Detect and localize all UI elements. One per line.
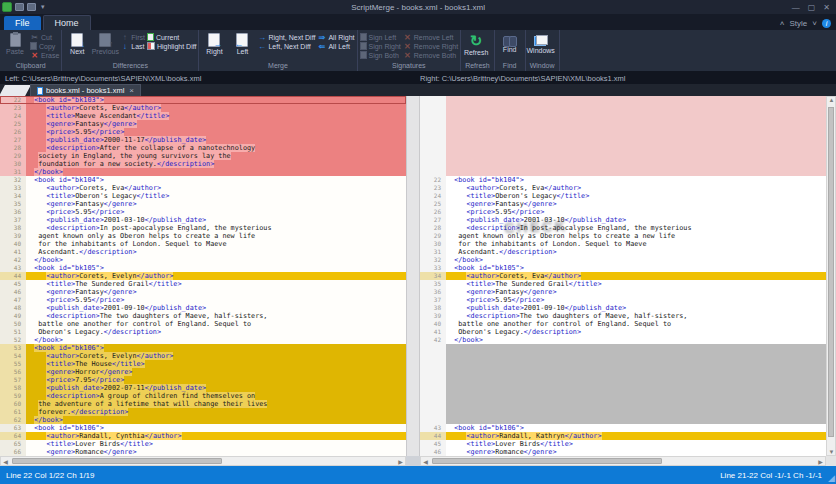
code-line[interactable]: 44 <author>Corets, Evelyn</author> (0, 272, 406, 280)
diff-gap-row[interactable] (420, 96, 826, 104)
sign-right-button[interactable]: Sign Right (360, 42, 401, 50)
help-info-icon[interactable]: i (822, 19, 831, 28)
cut-button[interactable]: ✂ Cut (30, 33, 59, 41)
collapse-ribbon-caret-icon[interactable]: ˄ (780, 19, 785, 28)
code-line[interactable]: 25 <genre>Fantasy</genre> (0, 120, 406, 128)
code-line[interactable]: 35 <genre>Fantasy</genre> (0, 200, 406, 208)
code-line[interactable]: 28 <description>In post-apocalypse Engla… (420, 224, 826, 232)
code-line[interactable]: 30 foundation for a new society.</descri… (0, 160, 406, 168)
code-line[interactable]: 28 <description>After the collapse of a … (0, 144, 406, 152)
file-tab[interactable]: File (4, 16, 41, 30)
minimize-button[interactable]: — (792, 3, 800, 12)
diff-gap-row[interactable] (420, 344, 826, 352)
code-line[interactable]: 59 <description>A group of children find… (0, 392, 406, 400)
code-line[interactable]: 48 <publish_date>2001-09-10</publish_dat… (0, 304, 406, 312)
code-line[interactable]: 38 <publish_date>2001-09-10</publish_dat… (420, 304, 826, 312)
code-line[interactable]: 34 <title>Oberon's Legacy</title> (0, 192, 406, 200)
code-line[interactable]: 46 <genre>Romance</genre> (420, 448, 826, 456)
code-line[interactable]: 36 <price>5.95</price> (0, 208, 406, 216)
code-line[interactable]: 64 <author>Randall, Cynthia</author> (0, 432, 406, 440)
close-button[interactable]: ✕ (823, 3, 830, 12)
code-line[interactable]: 44 <author>Randall, Kathryn</author> (420, 432, 826, 440)
scroll-left-arrow-icon[interactable]: ◀ (1, 458, 10, 465)
code-line[interactable]: 60 the adventure of a lifetime that will… (0, 400, 406, 408)
code-line[interactable]: 26 <price>5.95</price> (420, 208, 826, 216)
diff-gap-row[interactable] (420, 392, 826, 400)
last-difference-button[interactable]: ↓ Last (120, 42, 145, 50)
scrollbar-thumb[interactable] (12, 458, 222, 464)
diff-gap-row[interactable] (420, 168, 826, 176)
code-line[interactable]: 36 <genre>Fantasy</genre> (420, 288, 826, 296)
code-line[interactable]: 35 <title>The Sundered Grail</title> (420, 280, 826, 288)
code-line[interactable]: 40 battle one another for control of Eng… (420, 320, 826, 328)
code-line[interactable]: 61 forever.</description> (0, 408, 406, 416)
code-line[interactable]: 34 <author>Corets, Eva</author> (420, 272, 826, 280)
code-line[interactable]: 66 <genre>Romance</genre> (0, 448, 406, 456)
diff-gap-row[interactable] (420, 376, 826, 384)
resize-grip[interactable]: ◢ (828, 473, 835, 483)
sign-both-button[interactable]: Sign Both (360, 51, 401, 59)
code-line[interactable]: 41 Ascendant.</description> (0, 248, 406, 256)
code-line[interactable]: 27 <publish_date>2001-03-10</publish_dat… (420, 216, 826, 224)
maximize-button[interactable]: ▢ (808, 3, 816, 12)
code-line[interactable]: 57 <price>7.95</price> (0, 376, 406, 384)
code-line[interactable]: 42 </book> (0, 256, 406, 264)
erase-button[interactable]: ✕ Erase (30, 51, 59, 59)
app-icon[interactable] (2, 2, 12, 12)
code-line[interactable]: 56 <genre>Horror</genre> (0, 368, 406, 376)
sign-left-button[interactable]: Sign Left (360, 33, 401, 41)
code-line[interactable]: 46 <genre>Fantasy</genre> (0, 288, 406, 296)
diff-gap-row[interactable] (420, 160, 826, 168)
vertical-scrollbar[interactable]: ▲ ▼ (826, 96, 836, 456)
merge-all-left-button[interactable]: ⇐ All Left (317, 42, 354, 50)
code-line[interactable]: 53 <book id="bk106"> (0, 344, 406, 352)
code-line[interactable]: 49 <description>The two daughters of Mae… (0, 312, 406, 320)
code-line[interactable]: 51 Oberon's Legacy.</description> (0, 328, 406, 336)
scrollbar-thumb[interactable] (432, 458, 662, 464)
code-line[interactable]: 39 agent known only as Oberon helps to c… (0, 232, 406, 240)
find-button[interactable]: Find (497, 31, 523, 53)
code-line[interactable]: 38 <description>In post-apocalypse Engla… (0, 224, 406, 232)
scroll-right-arrow-icon[interactable]: ▶ (816, 458, 825, 465)
code-line[interactable]: 40 for the inhabitants of London. Sequel… (0, 240, 406, 248)
remove-left-button[interactable]: ✕ Remove Left (403, 33, 458, 41)
code-line[interactable]: 54 <author>Corets, Evelyn</author> (0, 352, 406, 360)
code-line[interactable]: 31 Ascendant.</description> (420, 248, 826, 256)
code-line[interactable]: 23 <author>Corets, Eva</author> (0, 104, 406, 112)
code-line[interactable]: 50 battle one another for control of Eng… (0, 320, 406, 328)
diff-gap-row[interactable] (420, 128, 826, 136)
code-line[interactable]: 32 </book> (420, 256, 826, 264)
right-horizontal-scrollbar[interactable]: ◀ ▶ (420, 456, 826, 466)
diff-gap-row[interactable] (420, 400, 826, 408)
diff-gap-row[interactable] (420, 104, 826, 112)
left-horizontal-scrollbar[interactable]: ◀ ▶ (0, 456, 406, 466)
code-line[interactable]: 41 Oberon's Legacy.</description> (420, 328, 826, 336)
code-line[interactable]: 62 </book> (0, 416, 406, 424)
merge-right-button[interactable]: → Right (201, 31, 227, 55)
code-line[interactable]: 37 <publish_date>2001-03-10</publish_dat… (0, 216, 406, 224)
quick-access-icon[interactable] (27, 3, 36, 11)
code-line[interactable]: 32 <book id="bk104"> (0, 176, 406, 184)
diff-gap-row[interactable] (420, 136, 826, 144)
code-line[interactable]: 42 </book> (420, 336, 826, 344)
code-line[interactable]: 33 <author>Corets, Eva</author> (0, 184, 406, 192)
code-line[interactable]: 27 <publish_date>2000-11-17</publish_dat… (0, 136, 406, 144)
code-line[interactable]: 43 <book id="bk105"> (0, 264, 406, 272)
diff-gap-row[interactable] (420, 408, 826, 416)
code-line[interactable]: 65 <title>Lover Birds</title> (0, 440, 406, 448)
code-line[interactable]: 45 <title>Lover Birds</title> (420, 440, 826, 448)
code-line[interactable]: 58 <publish_date>2002-07-11</publish_dat… (0, 384, 406, 392)
pane-divider[interactable] (406, 96, 420, 456)
code-line[interactable]: 26 <price>5.95</price> (0, 128, 406, 136)
document-tab[interactable]: books.xml - books1.xml × (30, 84, 141, 96)
merge-right-next-diff-button[interactable]: → Right, Next Diff (257, 33, 315, 41)
code-line[interactable]: 29 agent known only as Oberon helps to c… (420, 232, 826, 240)
diff-gap-row[interactable] (420, 416, 826, 424)
paste-button[interactable]: Paste (2, 31, 28, 55)
scrollbar-thumb[interactable] (828, 107, 834, 437)
code-line[interactable]: 22 <book id="bk103"> (0, 96, 406, 104)
merge-all-right-button[interactable]: ⇒ All Right (317, 33, 354, 41)
code-line[interactable]: 22 <book id="bk104"> (420, 176, 826, 184)
remove-right-button[interactable]: ✕ Remove Right (403, 42, 458, 50)
code-line[interactable]: 37 <price>5.95</price> (420, 296, 826, 304)
